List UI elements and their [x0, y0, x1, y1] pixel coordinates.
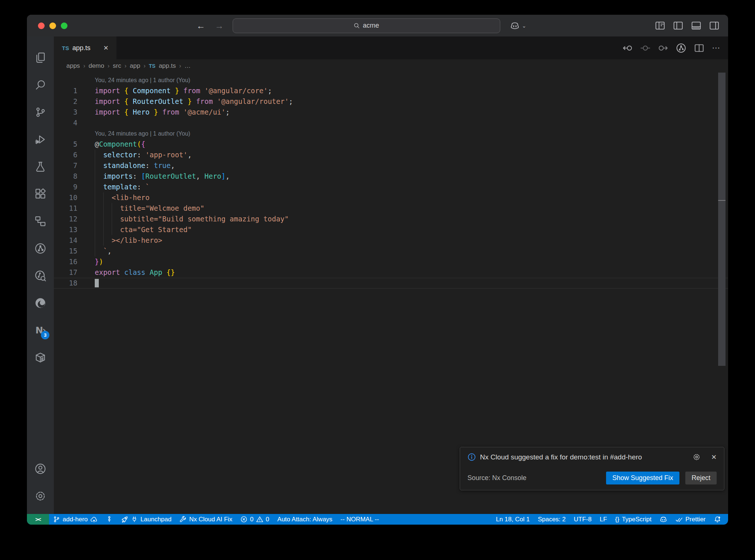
indent-guide	[112, 203, 112, 214]
language-mode-item[interactable]: {} TypeScript	[611, 514, 656, 525]
sidebar-item-nx-console[interactable]: N› 3	[27, 316, 54, 344]
split-editor-icon[interactable]	[694, 43, 704, 53]
indent-guide	[112, 214, 112, 224]
indent-guide	[103, 192, 104, 203]
code-line: 16})	[54, 256, 728, 267]
bell-dot-icon	[714, 516, 721, 523]
sidebar-item-testing[interactable]	[27, 153, 54, 180]
chevron-right-icon: ›	[108, 63, 109, 69]
line-number: 11	[54, 203, 77, 214]
editor-scrollbar[interactable]	[718, 73, 726, 366]
previous-change-icon[interactable]	[640, 43, 650, 53]
nx-cloud-fix-item[interactable]: Nx Cloud AI Fix	[175, 514, 236, 525]
error-icon	[240, 516, 247, 523]
breadcrumb-item-app[interactable]: app	[130, 62, 140, 70]
customize-layout-icon[interactable]	[655, 21, 665, 31]
indent-guide	[95, 150, 95, 160]
next-change-icon[interactable]	[658, 43, 668, 53]
git-branch-item[interactable]: add-hero	[49, 514, 102, 525]
sidebar-item-extensions[interactable]	[27, 180, 54, 207]
copilot-menu[interactable]: ⌄	[510, 21, 526, 31]
notifications-item[interactable]	[710, 514, 725, 525]
auto-attach-item[interactable]: Auto Attach: Always	[273, 514, 336, 525]
sidebar-item-explorer[interactable]	[27, 44, 54, 71]
code-line: 8 imports: [RouterOutlet, Hero],	[54, 171, 728, 182]
indent-guide	[95, 160, 95, 171]
gear-icon	[35, 490, 46, 502]
indent-guide	[95, 192, 95, 203]
indentation-label: Spaces: 2	[538, 516, 566, 523]
indentation-item[interactable]: Spaces: 2	[534, 514, 570, 525]
notification-settings-gear-icon[interactable]	[693, 453, 700, 461]
nx-fix-label: Nx Cloud AI Fix	[189, 516, 232, 523]
editor-group: TS app.ts ✕	[54, 36, 728, 514]
breadcrumb-item-src[interactable]: src	[113, 62, 121, 70]
breadcrumb-item-symbol-more[interactable]: …	[184, 62, 191, 70]
commit-graph-icon[interactable]	[676, 43, 686, 53]
sidebar-item-search[interactable]	[27, 71, 54, 98]
git-blame-annotation: You, 24 minutes ago | 1 author (You)	[95, 128, 190, 139]
branch-name: add-hero	[63, 516, 88, 523]
line-number: 5	[54, 139, 77, 150]
cloud-upload-icon	[90, 516, 98, 523]
commit-stack-item[interactable]	[102, 514, 117, 525]
run-and-debug-icon	[35, 134, 46, 145]
code-line: 2import { RouterOutlet } from '@angular/…	[54, 96, 728, 107]
sidebar-item-run-and-debug[interactable]	[27, 126, 54, 153]
activity-bar: N› 3	[27, 36, 54, 514]
close-tab-icon[interactable]: ✕	[103, 44, 108, 52]
code-content: template: `	[95, 182, 150, 192]
cursor-position-item[interactable]: Ln 18, Col 1	[492, 514, 534, 525]
problems-item[interactable]: 0 0	[236, 514, 273, 525]
chevron-down-icon: ⌄	[522, 23, 526, 29]
gitlens-back-icon[interactable]	[623, 43, 633, 53]
launchpad-label: Launchpad	[140, 516, 171, 523]
formatter-item[interactable]: Prettier	[671, 514, 710, 525]
eol-item[interactable]: LF	[596, 514, 611, 525]
sidebar-item-references[interactable]	[27, 207, 54, 235]
line-number: 9	[54, 182, 77, 192]
toggle-panel-icon[interactable]	[691, 21, 701, 31]
more-actions-icon[interactable]: ⋯	[712, 43, 721, 53]
line-number	[54, 75, 77, 85]
error-count: 0	[250, 516, 253, 523]
code-line: 10 <lib-hero	[54, 192, 728, 203]
zoom-window-button[interactable]	[61, 22, 67, 29]
wrench-icon	[180, 516, 187, 523]
close-notification-icon[interactable]: ✕	[711, 453, 717, 461]
editor-actions: ⋯	[623, 36, 721, 59]
sidebar-item-gitlens-search[interactable]	[27, 262, 54, 289]
code-line: 11 title="Welcmoe demo"	[54, 203, 728, 214]
sidebar-item-commit-graph[interactable]	[27, 235, 54, 262]
close-window-button[interactable]	[38, 22, 45, 29]
copilot-status-item[interactable]	[655, 514, 671, 525]
sidebar-item-containers[interactable]	[27, 344, 54, 371]
vim-mode-item[interactable]: -- NORMAL --	[337, 514, 383, 525]
history-forward-icon[interactable]: →	[215, 21, 224, 31]
indent-guide	[95, 235, 95, 246]
command-center-search[interactable]: acme	[233, 18, 500, 33]
settings-button[interactable]	[27, 482, 54, 510]
toggle-secondary-sidebar-icon[interactable]	[709, 21, 719, 31]
accounts-button[interactable]	[27, 455, 54, 482]
remote-indicator[interactable]: ><	[27, 514, 49, 525]
launchpad-item[interactable]: Launchpad	[117, 514, 175, 525]
screen: ← → acme ⌄	[0, 0, 755, 560]
breadcrumb-item-apps[interactable]: apps	[66, 62, 80, 70]
tab-app-ts[interactable]: TS app.ts ✕	[54, 36, 116, 59]
show-suggested-fix-button[interactable]: Show Suggested Fix	[606, 472, 679, 484]
beaker-icon	[35, 161, 46, 172]
breadcrumb-item-demo[interactable]: demo	[88, 62, 104, 70]
notification-source: Source: Nx Console	[467, 474, 606, 482]
reject-button[interactable]: Reject	[685, 472, 717, 484]
minimize-window-button[interactable]	[49, 22, 56, 29]
code-content: @Component({	[95, 139, 145, 150]
code-line: 18	[54, 278, 728, 288]
toggle-primary-sidebar-icon[interactable]	[673, 21, 683, 31]
sidebar-item-edge-browser[interactable]	[27, 289, 54, 316]
sidebar-item-source-control[interactable]	[27, 98, 54, 126]
breadcrumb-item-file[interactable]: app.ts	[159, 62, 176, 70]
history-back-icon[interactable]: ←	[196, 21, 205, 31]
encoding-item[interactable]: UTF-8	[570, 514, 596, 525]
rocket-icon	[121, 516, 128, 523]
